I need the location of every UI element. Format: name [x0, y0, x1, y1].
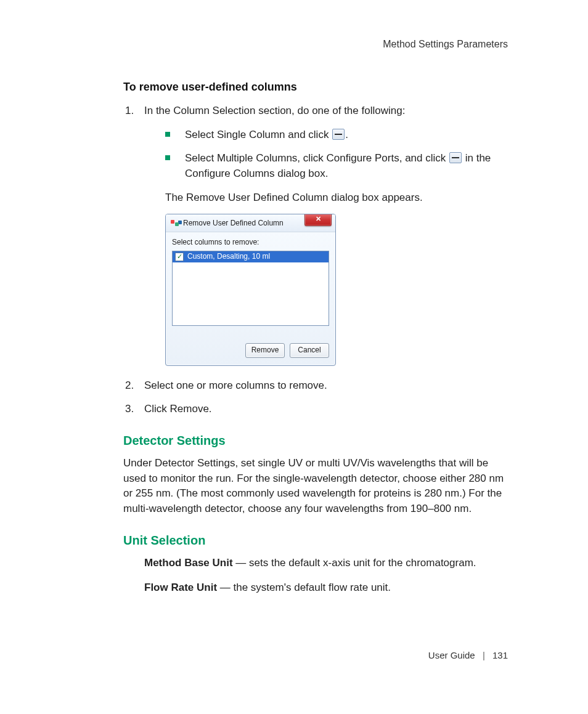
close-button[interactable]: ✕	[304, 214, 332, 226]
method-base-unit-label: Method Base Unit	[144, 557, 233, 569]
column-listbox[interactable]: ✓ Custom, Desalting, 10 ml	[172, 251, 329, 326]
footer-guide-label: User Guide	[428, 650, 475, 660]
content: To remove user-defined columns In the Co…	[123, 79, 508, 596]
app-icon	[171, 219, 179, 227]
step-1: In the Column Selection section, do one …	[137, 103, 508, 366]
heading-unit-selection: Unit Selection	[123, 532, 508, 550]
page-number: 131	[492, 650, 508, 660]
dialog-appears-note: The Remove User Defined Column dialog bo…	[165, 190, 508, 206]
option-multiple-columns: Select Multiple Columns, click Configure…	[165, 151, 508, 181]
page-section-title: Method Settings Parameters	[383, 37, 508, 51]
dialog-body: Select columns to remove: ✓ Custom, Desa…	[166, 232, 335, 331]
dialog-titlebar: Remove User Defined Column ✕	[166, 214, 335, 232]
cancel-button[interactable]: Cancel	[290, 343, 329, 358]
step-1-options: Select Single Column and click . Select …	[165, 128, 508, 182]
close-icon: ✕	[316, 214, 321, 224]
minus-icon	[449, 152, 462, 163]
dialog-instruction-label: Select columns to remove:	[172, 237, 329, 248]
detector-settings-paragraph: Under Detector Settings, set single UV o…	[123, 456, 508, 517]
method-base-unit-text: — sets the default x-axis unit for the c…	[233, 557, 476, 569]
flow-rate-unit-label: Flow Rate Unit	[144, 582, 217, 593]
method-base-unit-line: Method Base Unit — sets the default x-ax…	[144, 556, 508, 571]
heading-remove-columns: To remove user-defined columns	[123, 79, 508, 95]
page: Method Settings Parameters To remove use…	[0, 0, 588, 714]
option-text-pre: Select Multiple Columns, click Configure…	[185, 152, 449, 164]
step-2: Select one or more columns to remove.	[137, 378, 508, 394]
procedure-list: In the Column Selection section, do one …	[123, 103, 508, 417]
step-1-text: In the Column Selection section, do one …	[144, 105, 405, 116]
option-text-post: .	[345, 129, 348, 140]
flow-rate-unit-text: — the system's default flow rate unit.	[217, 582, 391, 593]
minus-icon	[332, 129, 345, 140]
option-single-column: Select Single Column and click .	[165, 128, 508, 143]
heading-detector-settings: Detector Settings	[123, 432, 508, 450]
list-item[interactable]: ✓ Custom, Desalting, 10 ml	[173, 251, 329, 262]
list-item-label: Custom, Desalting, 10 ml	[187, 251, 270, 262]
dialog-title-text: Remove User Defined Column	[183, 218, 284, 229]
flow-rate-unit-line: Flow Rate Unit — the system's default fl…	[144, 580, 508, 596]
checkbox-icon[interactable]: ✓	[175, 253, 184, 261]
option-text-pre: Select Single Column and click	[185, 129, 332, 140]
page-footer: User Guide | 131	[428, 649, 508, 662]
remove-button[interactable]: Remove	[245, 343, 285, 358]
footer-separator: |	[483, 650, 485, 660]
step-3: Click Remove.	[137, 402, 508, 417]
remove-column-dialog: Remove User Defined Column ✕ Select colu…	[165, 214, 336, 365]
dialog-button-row: Remove Cancel	[166, 332, 335, 365]
